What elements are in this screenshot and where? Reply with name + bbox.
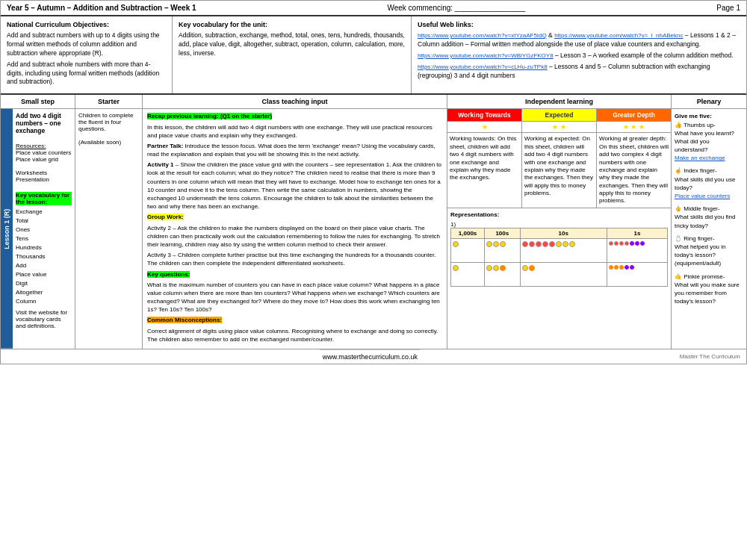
col-header-independent: Independent learning: [447, 95, 672, 108]
exp-stars: ★ ★: [522, 122, 597, 132]
vocab-exchange: Exchange: [16, 208, 72, 217]
counter-red: [542, 241, 548, 247]
starter-text: Children to complete the fluent in four …: [78, 112, 139, 132]
vocab-digit: Digit: [16, 279, 72, 288]
recap-highlight: Recap previous learning: (Q1 on the star…: [147, 113, 272, 119]
vocab-list: Exchange Total Ones Tens Hundreds Thousa…: [16, 208, 72, 306]
gd-header: Greater Depth: [597, 109, 671, 121]
misconceptions-label: Common Misconceptions:: [147, 316, 442, 324]
counter-red: [549, 241, 555, 247]
counter-purple: [635, 241, 639, 246]
web-links-heading: Useful Web links:: [418, 21, 740, 28]
index-label: ☝ Index finger-: [675, 167, 717, 174]
link-exchange[interactable]: Make an exchange: [675, 155, 725, 161]
thumb-label: 👍 Thumbs up-: [675, 122, 716, 128]
counter-red: [529, 241, 535, 247]
activity1: Activity 1 – Show the children the place…: [147, 161, 442, 211]
counter-orange: [614, 265, 619, 270]
ring-label: 💍 Ring finger-: [675, 235, 715, 242]
counter-orange: [529, 265, 535, 271]
header-page: Page 1: [716, 4, 740, 12]
link1b[interactable]: https://www.youtube.com/watch?v=_l_nhABe…: [554, 32, 683, 39]
counter-yellow: [493, 265, 499, 271]
small-step-col: Add two 4 digit numbers – one exchange R…: [13, 109, 75, 349]
pv-row-1: [451, 238, 668, 262]
plenary-thumbs: 👍 Thumbs up- What have you learnt? What …: [675, 121, 743, 163]
small-step-footer: Visit the website for vocabulary cards a…: [16, 309, 72, 329]
col-header-plenary: Plenary: [672, 95, 746, 108]
key-vocab-unit-col: Key vocabulary for the unit: Addition, s…: [173, 16, 412, 93]
counter-yellow: [453, 241, 459, 247]
counter-purple: [630, 241, 634, 246]
vocab-thousands: Thousands: [16, 252, 72, 261]
resources-label: Resources:: [16, 143, 46, 149]
pv-header-100s: 100s: [485, 228, 520, 238]
exp-content: Working at expected: On this sheet, chil…: [522, 133, 597, 208]
wt-content: Working towards: On this sheet, children…: [447, 133, 522, 208]
key-questions-label: Key questions:: [147, 270, 442, 279]
col-header-small-step: Small step: [1, 95, 75, 108]
counter-purple: [630, 265, 634, 270]
counter-orange: [609, 265, 613, 270]
ind-stars-row: ★ ★ ★ ★ ★ ★: [447, 122, 671, 133]
pv-cell-r1-10s: [520, 238, 607, 262]
counter-red: [522, 241, 528, 247]
activity1-label: Activity 1: [147, 161, 174, 168]
rep-number: 1): [450, 221, 456, 228]
group-work-label: Group Work:: [147, 213, 442, 221]
web-links-col: Useful Web links: https://www.youtube.co…: [412, 16, 746, 93]
ind-content-row: Working towards: On this sheet, children…: [447, 133, 671, 208]
vocab-ones: Ones: [16, 225, 72, 234]
pv-cell-r2-1000s: [451, 262, 485, 286]
starter-col: Children to complete the fluent in four …: [75, 109, 143, 349]
group-work-highlight: Group Work:: [147, 214, 184, 220]
web-links-para1: https://www.youtube.com/watch?v=xtYzaAF5…: [418, 31, 740, 49]
column-headers: Small step Starter Class teaching input …: [1, 95, 746, 109]
resource-pres: Presentation: [16, 176, 49, 183]
nc-para2: Add and subtract whole numbers with more…: [7, 60, 166, 87]
partner-talk-label: Partner Talk:: [147, 143, 183, 149]
web-links-para2: https://www.youtube.com/watch?v=WBlYGzFK…: [418, 52, 740, 60]
pv-cell-r2-10s: [520, 262, 607, 286]
plenary-col: Give me five: 👍 Thumbs up- What have you…: [672, 109, 746, 349]
key-vocab-text: Addition, subtraction, exchange, method,…: [179, 31, 405, 58]
plenary-title: Give me five:: [675, 112, 743, 120]
recap-label: Recap previous learning: (Q1 on the star…: [147, 112, 442, 120]
vocab-altogether: Altogether: [16, 288, 72, 297]
counter-red: [619, 241, 624, 246]
plenary-middle: 🖕 Middle finger- What skills did you fin…: [675, 205, 743, 230]
pinkie-text: What will you make sure you remember fro…: [675, 281, 740, 305]
misconceptions-highlight: Common Misconceptions:: [147, 317, 222, 323]
nc-para1: Add and subtract numbers with up to 4 di…: [7, 31, 166, 58]
vocab-add: Add: [16, 261, 72, 270]
counter-yellow: [569, 241, 575, 247]
vocab-column: Column: [16, 297, 72, 306]
footer-website: www.masterthecurriculum.co.uk: [320, 349, 421, 364]
counter-yellow: [453, 265, 459, 271]
link1[interactable]: https://www.youtube.com/watch?v=xtYzaAF5…: [418, 32, 547, 39]
ind-headers: Working Towards Expected Greater Depth: [447, 109, 671, 122]
header-week: Week commencing: _________________: [387, 4, 525, 12]
ring-text: What helped you in today's lesson? (equi…: [675, 243, 726, 267]
nc-heading: National Curriculum Objectives:: [7, 21, 166, 28]
misconceptions-text: Correct alignment of digits using place …: [147, 327, 442, 343]
main-content: Lesson 1 (R) Add two 4 digit numbers – o…: [1, 109, 746, 349]
key-questions-highlight: Key questions:: [147, 271, 190, 278]
representations: Representations: 1) 1,000s 100s 10s 1s: [447, 208, 671, 290]
pv-cell-r1-1000s: [451, 238, 485, 262]
pv-header-10s: 10s: [520, 228, 607, 238]
wt-stars: ★: [447, 122, 522, 132]
vocab-tens: Tens: [16, 234, 72, 243]
counter-purple: [640, 241, 645, 246]
key-vocab-highlight: Key vocabulary for the lesson:: [16, 192, 72, 205]
national-curriculum-col: National Curriculum Objectives: Add and …: [1, 16, 173, 93]
link2[interactable]: https://www.youtube.com/watch?v=WBlYGzFK…: [418, 52, 554, 59]
activity3: Activity 3 – Children complete further p…: [147, 251, 442, 267]
vocab-hundreds: Hundreds: [16, 243, 72, 252]
link-pv[interactable]: Place value counters: [675, 193, 730, 199]
small-step-title: Add two 4 digit numbers – one exchange: [16, 112, 72, 134]
middle-text: What skills did you find tricky today?: [675, 214, 735, 228]
exp-header: Expected: [522, 109, 597, 121]
link3[interactable]: https://www.youtube.com/watch?v=cLHu-zuT…: [418, 63, 548, 70]
counter-purple: [624, 265, 629, 270]
